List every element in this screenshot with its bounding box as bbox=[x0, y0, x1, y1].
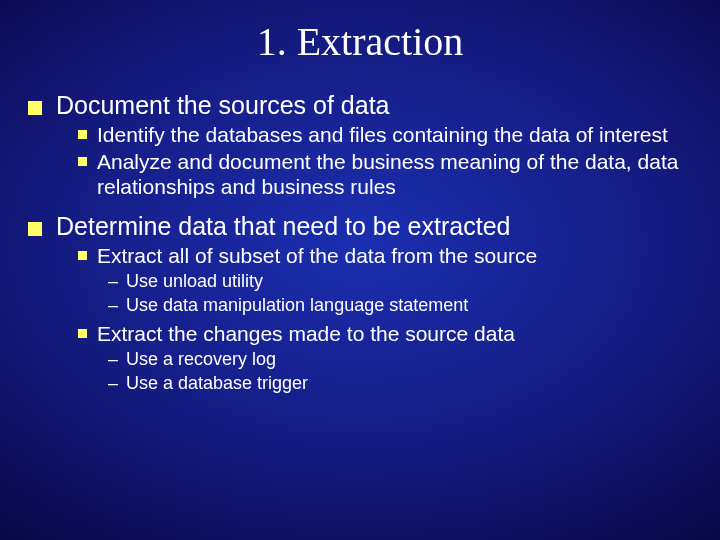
square-bullet-icon bbox=[28, 222, 42, 236]
square-bullet-icon bbox=[78, 130, 87, 139]
bullet-level3: – Use data manipulation language stateme… bbox=[108, 294, 692, 317]
square-bullet-icon bbox=[78, 251, 87, 260]
square-bullet-icon bbox=[28, 101, 42, 115]
bullet-text: Analyze and document the business meanin… bbox=[97, 149, 692, 199]
bullet-level3: – Use unload utility bbox=[108, 270, 692, 293]
square-bullet-icon bbox=[78, 157, 87, 166]
bullet-level3: – Use a database trigger bbox=[108, 372, 692, 395]
dash-bullet-icon: – bbox=[108, 348, 122, 371]
bullet-level2: Extract all of subset of the data from t… bbox=[78, 243, 692, 268]
bullet-text: Determine data that need to be extracted bbox=[56, 212, 510, 241]
slide-title: 1. Extraction bbox=[28, 18, 692, 65]
bullet-text: Identify the databases and files contain… bbox=[97, 122, 668, 147]
bullet-text: Use a database trigger bbox=[126, 372, 308, 395]
bullet-text: Extract all of subset of the data from t… bbox=[97, 243, 537, 268]
bullet-text: Extract the changes made to the source d… bbox=[97, 321, 515, 346]
bullet-text: Use unload utility bbox=[126, 270, 263, 293]
slide: 1. Extraction Document the sources of da… bbox=[0, 0, 720, 540]
bullet-level2: Extract the changes made to the source d… bbox=[78, 321, 692, 346]
bullet-text: Use data manipulation language statement bbox=[126, 294, 468, 317]
bullet-level2: Analyze and document the business meanin… bbox=[78, 149, 692, 199]
square-bullet-icon bbox=[78, 329, 87, 338]
dash-bullet-icon: – bbox=[108, 372, 122, 395]
bullet-level3: – Use a recovery log bbox=[108, 348, 692, 371]
bullet-text: Use a recovery log bbox=[126, 348, 276, 371]
bullet-level1: Document the sources of data bbox=[28, 91, 692, 120]
bullet-level1: Determine data that need to be extracted bbox=[28, 212, 692, 241]
bullet-level2: Identify the databases and files contain… bbox=[78, 122, 692, 147]
bullet-text: Document the sources of data bbox=[56, 91, 390, 120]
dash-bullet-icon: – bbox=[108, 270, 122, 293]
dash-bullet-icon: – bbox=[108, 294, 122, 317]
